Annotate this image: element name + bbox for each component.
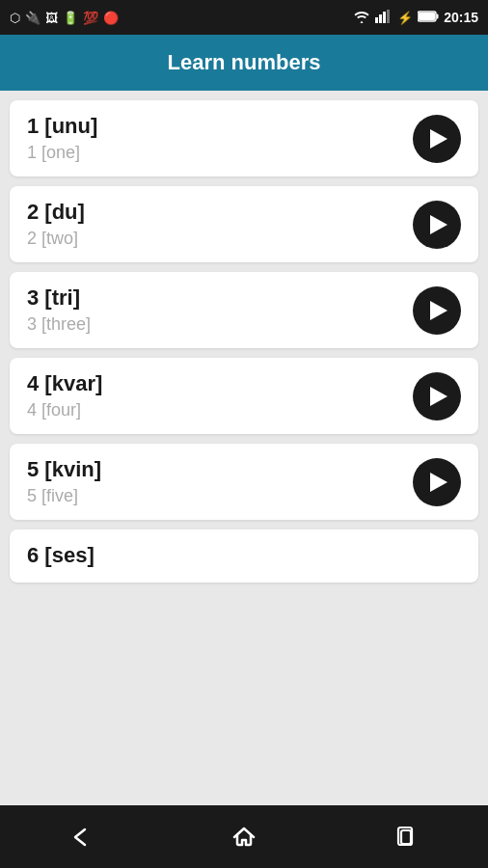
circle100-icon: 💯: [83, 11, 98, 25]
play-button-3[interactable]: [413, 286, 461, 335]
battery-icon: [418, 11, 439, 25]
status-bar-right: ⚡ 20:15: [353, 10, 478, 26]
wifi-icon: [353, 10, 370, 26]
card-text-2: 2 [du] 2 [two]: [27, 200, 85, 249]
secondary-text-1: 1 [one]: [27, 143, 97, 163]
svg-rect-0: [375, 17, 378, 23]
play-icon-1: [430, 129, 447, 149]
secondary-text-5: 5 [five]: [27, 486, 101, 506]
number-card-1: 1 [unu] 1 [one]: [10, 100, 478, 176]
play-icon-5: [430, 473, 447, 492]
play-button-5[interactable]: [413, 458, 461, 506]
primary-text-4: 4 [kvar]: [27, 371, 102, 396]
play-icon-3: [430, 301, 447, 320]
status-bar: ⬡ 🔌 🖼 🔋 💯 🔴 ⚡: [0, 0, 488, 35]
status-time: 20:15: [444, 10, 478, 25]
primary-text-5: 5 [kvin]: [27, 457, 101, 482]
back-button[interactable]: [52, 818, 110, 856]
recents-button[interactable]: [378, 818, 436, 856]
charging-icon: ⚡: [397, 11, 413, 25]
number-card-6-partial: 6 [ses]: [10, 529, 478, 583]
photo-icon: 🖼: [45, 11, 58, 25]
primary-text-6: 6 [ses]: [27, 543, 95, 568]
usb-icon: ⬡: [10, 11, 20, 25]
play-icon-4: [430, 387, 447, 406]
play-button-1[interactable]: [413, 115, 461, 163]
content-area: 1 [unu] 1 [one] 2 [du] 2 [two] 3 [tri] 3…: [0, 91, 488, 805]
home-icon: [230, 824, 258, 851]
secondary-text-2: 2 [two]: [27, 229, 85, 249]
play-icon-2: [430, 215, 447, 234]
signal-icon: [375, 10, 393, 26]
card-text-1: 1 [unu] 1 [one]: [27, 114, 97, 163]
secondary-text-3: 3 [three]: [27, 314, 91, 335]
primary-text-3: 3 [tri]: [27, 285, 91, 311]
svg-rect-6: [419, 13, 435, 20]
card-text-5: 5 [kvin] 5 [five]: [27, 457, 101, 506]
number-card-2: 2 [du] 2 [two]: [10, 186, 478, 262]
status-bar-left: ⬡ 🔌 🖼 🔋 💯 🔴: [10, 11, 119, 25]
page-title: Learn numbers: [168, 50, 321, 75]
usb2-icon: 🔌: [25, 11, 41, 25]
play-button-2[interactable]: [413, 201, 461, 249]
app-header: Learn numbers: [0, 35, 488, 91]
number-card-4: 4 [kvar] 4 [four]: [10, 358, 478, 434]
svg-rect-2: [383, 12, 386, 23]
primary-text-1: 1 [unu]: [27, 114, 97, 139]
svg-rect-5: [437, 14, 439, 18]
svg-rect-3: [387, 10, 390, 23]
card-text-3: 3 [tri] 3 [three]: [27, 285, 91, 335]
svg-rect-8: [401, 830, 411, 844]
card-text-6: 6 [ses]: [27, 543, 95, 568]
svg-rect-1: [379, 14, 382, 23]
secondary-text-4: 4 [four]: [27, 400, 102, 420]
orange-circle-icon: 🔴: [103, 11, 119, 25]
back-icon: [68, 824, 95, 851]
number-card-3: 3 [tri] 3 [three]: [10, 272, 478, 348]
number-card-5: 5 [kvin] 5 [five]: [10, 444, 478, 520]
play-button-4[interactable]: [413, 372, 461, 420]
home-button[interactable]: [215, 818, 273, 856]
primary-text-2: 2 [du]: [27, 200, 85, 225]
bottom-navigation: [0, 805, 488, 868]
battery-green-icon: 🔋: [63, 11, 78, 25]
card-text-4: 4 [kvar] 4 [four]: [27, 371, 102, 420]
recents-icon: [393, 824, 420, 851]
